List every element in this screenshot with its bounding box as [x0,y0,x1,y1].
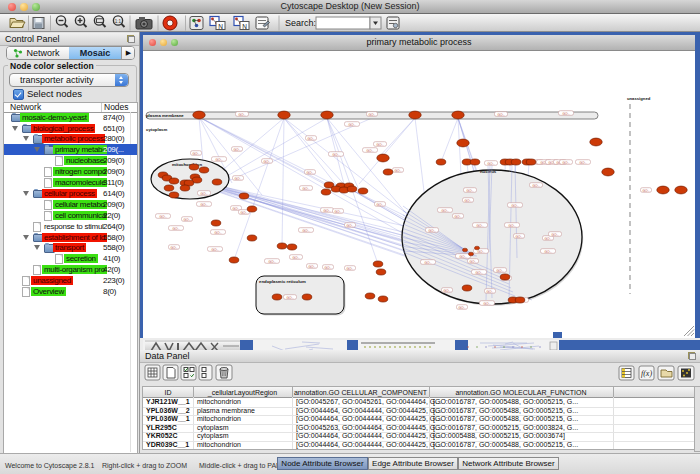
svg-text:GO:-: GO:- [239,113,246,117]
svg-text:GO:-: GO:- [545,250,552,254]
svg-text:GO:-: GO:- [498,113,505,117]
svg-text:GO:-: GO:- [324,209,331,213]
svg-text:GO:-: GO:- [478,250,485,254]
svg-text:GO:-: GO:- [241,211,248,215]
svg-text:GO:-: GO:- [234,148,241,152]
svg-text:GO:-: GO:- [580,161,587,165]
svg-text:GO:-: GO:- [465,199,472,203]
svg-text:GO:-: GO:- [201,192,208,196]
svg-text:GO:-: GO:- [470,260,477,264]
svg-text:GO:-: GO:- [643,189,650,193]
svg-text:GO:-: GO:- [173,227,180,231]
svg-text:GO:-: GO:- [349,123,356,127]
svg-text:GO:-: GO:- [459,306,466,310]
svg-text:GO:-: GO:- [484,302,491,306]
svg-text:N: N [242,23,247,30]
svg-text:GO:-: GO:- [160,215,167,219]
svg-text:GO:-: GO:- [455,215,462,219]
svg-text:GO:-: GO:- [476,271,483,275]
svg-text:GO:-: GO:- [512,204,519,208]
svg-text:GO:-: GO:- [442,209,449,213]
svg-text:GO:-: GO:- [467,189,474,193]
svg-text:N: N [218,23,223,30]
svg-text:GO:-: GO:- [269,260,276,264]
svg-text:1:1: 1:1 [115,19,122,24]
svg-text:GO:-: GO:- [235,177,242,181]
svg-text:GO:-: GO:- [444,289,451,293]
svg-text:GO:-: GO:- [377,143,384,147]
svg-text:GO:-: GO:- [303,187,310,191]
svg-text:GO:-: GO:- [293,256,300,260]
svg-text:GO:-: GO:- [309,265,316,269]
svg-text:GO:-: GO:- [429,229,436,233]
svg-text:GO:-: GO:- [369,113,376,117]
svg-text:GO:-: GO:- [303,229,310,233]
svg-text:GO:-: GO:- [333,153,340,157]
svg-text:GO:-: GO:- [425,261,432,265]
svg-text:cytoplasm: cytoplasm [146,127,167,132]
svg-text:GO:-: GO:- [509,224,516,228]
svg-text:GO:-: GO:- [487,290,494,294]
svg-text:GO:-: GO:- [477,224,484,228]
svg-text:GO:-: GO:- [307,171,314,175]
svg-text:f(x): f(x) [641,369,652,378]
svg-text:GO:-: GO:- [552,233,559,237]
svg-text:GO:-: GO:- [184,218,191,222]
svg-text:GO:-: GO:- [497,269,504,273]
svg-text:GO:-: GO:- [201,203,208,207]
svg-text:GO:-: GO:- [347,224,354,228]
svg-text:GO:-: GO:- [264,160,271,164]
svg-text:GO:-: GO:- [193,152,200,156]
svg-text:GO:-: GO:- [516,235,523,239]
svg-text:GO:-: GO:- [233,207,240,211]
svg-text:GO:-: GO:- [308,137,315,141]
svg-text:unassigned: unassigned [627,96,651,101]
svg-text:GO:-: GO:- [545,237,552,241]
svg-text:GO:-: GO:- [395,169,402,173]
svg-text:GO:-: GO:- [212,248,219,252]
svg-text:plasma membrane: plasma membrane [146,113,184,118]
svg-text:GO:-: GO:- [377,203,384,207]
svg-text:GO:-: GO:- [488,162,495,166]
svg-text:GO:-: GO:- [563,161,570,165]
svg-text:GO:-: GO:- [460,255,467,259]
svg-text:GO:-: GO:- [335,210,342,214]
svg-text:GO:-: GO:- [367,149,374,153]
svg-text:GO:-: GO:- [171,246,178,250]
svg-text:GO:-: GO:- [325,266,332,270]
svg-text:GO:-: GO:- [215,231,222,235]
svg-text:GO:-: GO:- [533,184,540,188]
svg-text:GO:-: GO:- [287,296,294,300]
svg-text:GO:-: GO:- [216,158,223,162]
svg-text:endoplasmic reticulum: endoplasmic reticulum [259,279,306,284]
svg-text:GO:-: GO:- [563,112,570,116]
svg-text:Search:: Search: [285,18,316,28]
svg-text:GO:-: GO:- [347,267,354,271]
